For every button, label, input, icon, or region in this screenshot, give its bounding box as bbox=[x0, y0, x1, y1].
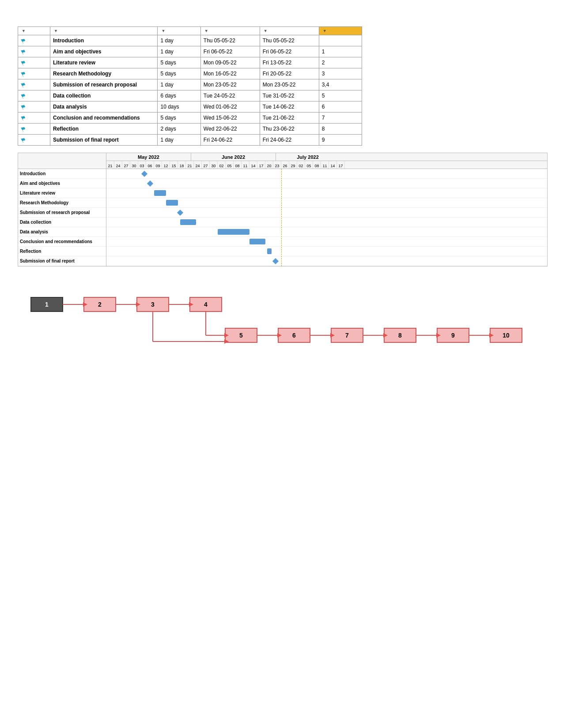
start-cell: Wed 22-06-22 bbox=[200, 124, 260, 135]
gantt-diamond bbox=[141, 171, 147, 177]
gantt-label-header: IntroductionAim and objectivesLiterature… bbox=[18, 153, 106, 266]
predecessors-cell bbox=[319, 35, 362, 46]
gantt-day-label: 27 bbox=[122, 161, 130, 169]
svg-text:8: 8 bbox=[398, 332, 402, 339]
table-row: ⚑ Aim and objectives 1 day Fri 06-05-22 … bbox=[18, 46, 362, 57]
gantt-day-label: 24 bbox=[114, 161, 122, 169]
start-cell: Mon 23-05-22 bbox=[200, 79, 260, 90]
gantt-day-label: 05 bbox=[305, 161, 313, 169]
pin-icon: ⚑ bbox=[19, 124, 28, 133]
gantt-day-label: 18 bbox=[178, 161, 186, 169]
gantt-month-may: May 2022 bbox=[106, 153, 191, 161]
gantt-day-label: 15 bbox=[170, 161, 178, 169]
table-row: ⚑ Conclusion and recommendations 5 days … bbox=[18, 113, 362, 124]
start-dropdown-icon[interactable]: ▼ bbox=[204, 29, 208, 33]
predecessors-cell: 9 bbox=[319, 135, 362, 146]
svg-text:10: 10 bbox=[503, 332, 510, 339]
gantt-bar bbox=[180, 219, 196, 225]
finish-dropdown-icon[interactable]: ▼ bbox=[264, 29, 268, 33]
gantt-grid-row bbox=[106, 218, 547, 227]
table-row: ⚑ Submission of final report 1 day Fri 2… bbox=[18, 135, 362, 146]
pin-icon: ⚑ bbox=[19, 58, 28, 67]
start-cell: Fri 24-06-22 bbox=[200, 135, 260, 146]
pin-icon: ⚑ bbox=[19, 36, 28, 45]
predecessors-cell: 1 bbox=[319, 46, 362, 57]
task-name-cell: Reflection bbox=[50, 124, 158, 135]
task-name-cell: Research Methodology bbox=[50, 68, 158, 79]
duration-cell: 1 day bbox=[158, 46, 200, 57]
gantt-day-label: 08 bbox=[234, 161, 242, 169]
task-name-cell: Submission of final report bbox=[50, 135, 158, 146]
pin-icon: ⚑ bbox=[19, 80, 28, 89]
gantt-diamond bbox=[272, 258, 279, 264]
gantt-day-label: 03 bbox=[138, 161, 146, 169]
table-row: ⚑ Data collection 6 days Tue 24-05-22 Tu… bbox=[18, 90, 362, 101]
gantt-day-label: 08 bbox=[313, 161, 321, 169]
task-name-dropdown-icon[interactable]: ▼ bbox=[54, 29, 58, 33]
task-name-cell: Aim and objectives bbox=[50, 46, 158, 57]
col-finish: ▼ bbox=[260, 27, 319, 35]
gantt-grid-row bbox=[106, 247, 547, 256]
gantt-month-june: June 2022 bbox=[191, 153, 276, 161]
task-name-cell: Data collection bbox=[50, 90, 158, 101]
finish-cell: Fri 06-05-22 bbox=[260, 46, 319, 57]
pin-icon: ⚑ bbox=[19, 69, 28, 78]
pin-icon: ⚑ bbox=[19, 91, 28, 100]
gantt-grid: May 2022 June 2022 July 2022 21242730030… bbox=[106, 153, 548, 266]
gantt-month-row: May 2022 June 2022 July 2022 bbox=[106, 153, 547, 161]
gantt-label-row: Introduction bbox=[18, 169, 106, 179]
gantt-day-label: 11 bbox=[321, 161, 329, 169]
gantt-grid-row bbox=[106, 208, 547, 218]
gantt-day-label: 14 bbox=[329, 161, 337, 169]
gantt-day-label: 30 bbox=[130, 161, 138, 169]
predecessors-cell: 6 bbox=[319, 101, 362, 113]
col-task-name: ▼ bbox=[50, 27, 158, 35]
gantt-day-label: 02 bbox=[218, 161, 226, 169]
duration-dropdown-icon[interactable]: ▼ bbox=[161, 29, 165, 33]
gantt-day-label: 26 bbox=[281, 161, 289, 169]
start-cell: Fri 06-05-22 bbox=[200, 46, 260, 57]
gantt-label-row: Literature review bbox=[18, 188, 106, 198]
gantt-label-row: Submission of final report bbox=[18, 256, 106, 266]
gantt-bar bbox=[154, 190, 166, 196]
task-mode-cell: ⚑ bbox=[18, 113, 50, 124]
task-name-cell: Conclusion and recommendations bbox=[50, 113, 158, 124]
finish-cell: Thu 05-05-22 bbox=[260, 35, 319, 46]
predecessors-dropdown-icon[interactable]: ▼ bbox=[323, 29, 327, 33]
gantt-section: IntroductionAim and objectivesLiterature… bbox=[18, 153, 548, 266]
gantt-days-row: 2124273003060912151821242730020508111417… bbox=[106, 161, 547, 169]
gantt-label-row: Research Methodology bbox=[18, 198, 106, 208]
gantt-grid-row bbox=[106, 169, 547, 179]
duration-cell: 6 days bbox=[158, 90, 200, 101]
start-cell: Thu 05-05-22 bbox=[200, 35, 260, 46]
svg-text:3: 3 bbox=[151, 301, 155, 308]
task-name-cell: Data analysis bbox=[50, 101, 158, 113]
col-task-mode: ▼ bbox=[18, 27, 50, 35]
table-row: ⚑ Literature review 5 days Mon 09-05-22 … bbox=[18, 57, 362, 68]
gantt-bar bbox=[267, 248, 272, 254]
gantt-month-july: July 2022 bbox=[276, 153, 340, 161]
duration-cell: 5 days bbox=[158, 113, 200, 124]
svg-text:7: 7 bbox=[345, 332, 349, 339]
finish-cell: Mon 23-05-22 bbox=[260, 79, 319, 90]
start-cell: Mon 16-05-22 bbox=[200, 68, 260, 79]
duration-cell: 1 day bbox=[158, 79, 200, 90]
task-table: ▼ ▼ ▼ ▼ bbox=[18, 26, 362, 146]
task-name-cell: Literature review bbox=[50, 57, 158, 68]
start-cell: Mon 09-05-22 bbox=[200, 57, 260, 68]
task-mode-cell: ⚑ bbox=[18, 35, 50, 46]
gantt-grid-row bbox=[106, 256, 547, 266]
gantt-day-label: 02 bbox=[297, 161, 305, 169]
gantt-grid-row bbox=[106, 188, 547, 198]
gantt-day-label: 12 bbox=[162, 161, 170, 169]
pin-icon: ⚑ bbox=[19, 47, 28, 56]
finish-cell: Fri 13-05-22 bbox=[260, 57, 319, 68]
svg-text:4: 4 bbox=[204, 301, 208, 308]
start-cell: Wed 01-06-22 bbox=[200, 101, 260, 113]
task-mode-cell: ⚑ bbox=[18, 79, 50, 90]
gantt-diamond bbox=[177, 210, 183, 216]
gantt-grid-row bbox=[106, 227, 547, 237]
predecessors-cell: 8 bbox=[319, 124, 362, 135]
predecessors-cell: 5 bbox=[319, 90, 362, 101]
task-mode-dropdown-icon[interactable]: ▼ bbox=[22, 29, 26, 33]
